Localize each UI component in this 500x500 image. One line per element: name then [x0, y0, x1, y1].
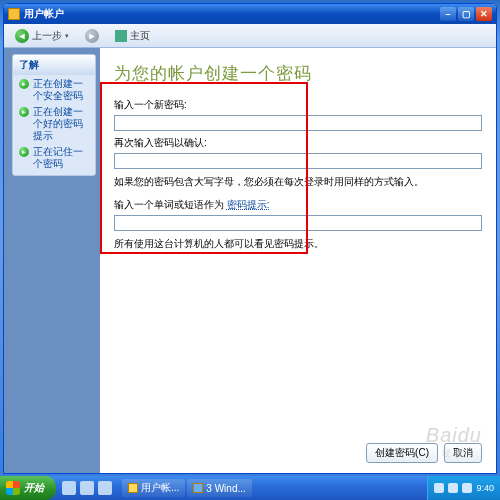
- task-icon: ▸: [19, 107, 29, 117]
- learn-panel: 了解 ▸正在创建一个安全密码 ▸正在创建一个好的密码提示 ▸正在记住一个密码: [12, 54, 96, 176]
- hint-label-prefix: 输入一个单词或短语作为: [114, 199, 227, 210]
- taskbar-task-user-accounts[interactable]: 用户帐...: [122, 479, 185, 497]
- forward-button[interactable]: ►: [80, 27, 104, 45]
- quick-launch-item[interactable]: [80, 481, 94, 495]
- user-accounts-window: 用户帐户 – ▢ ✕ ◄ 上一步 ▾ ► 主页: [3, 3, 497, 474]
- sidebar-item-password-hint[interactable]: ▸正在创建一个好的密码提示: [13, 104, 95, 144]
- cancel-button[interactable]: 取消: [444, 443, 482, 463]
- sidebar-item-remember-password[interactable]: ▸正在记住一个密码: [13, 144, 95, 172]
- start-label: 开始: [24, 481, 44, 495]
- main-content: 为您的帐户创建一个密码 输入一个新密码: 再次输入密码以确认: 如果您的密码包含…: [100, 48, 496, 473]
- learn-heading: 了解: [13, 55, 95, 75]
- windows-logo-icon: [6, 481, 20, 495]
- minimize-button[interactable]: –: [440, 7, 456, 21]
- create-password-button[interactable]: 创建密码(C): [366, 443, 438, 463]
- start-button[interactable]: 开始: [0, 476, 56, 500]
- task-icon: ▸: [19, 147, 29, 157]
- task-icon: [128, 483, 138, 493]
- task-icon: ▸: [19, 79, 29, 89]
- hint-input[interactable]: [114, 215, 482, 231]
- window-title: 用户帐户: [24, 7, 64, 21]
- home-icon: [115, 30, 127, 42]
- toolbar: ◄ 上一步 ▾ ► 主页: [4, 24, 496, 48]
- back-icon: ◄: [15, 29, 29, 43]
- quick-launch-item[interactable]: [98, 481, 112, 495]
- tray-icon[interactable]: [434, 483, 444, 493]
- page-title: 为您的帐户创建一个密码: [114, 62, 482, 85]
- task-icon: [193, 483, 203, 493]
- hint-visibility-note: 所有使用这台计算机的人都可以看见密码提示。: [114, 237, 482, 251]
- sidebar-item-label: 正在创建一个安全密码: [33, 78, 89, 102]
- chevron-down-icon: ▾: [65, 32, 69, 40]
- sidebar: 了解 ▸正在创建一个安全密码 ▸正在创建一个好的密码提示 ▸正在记住一个密码: [4, 48, 100, 473]
- caps-tip: 如果您的密码包含大写字母，您必须在每次登录时用同样的方式输入。: [114, 175, 482, 189]
- password-hint-link[interactable]: 密码提示:: [227, 199, 270, 210]
- label-hint: 输入一个单词或短语作为 密码提示:: [114, 198, 482, 212]
- clock[interactable]: 9:40: [476, 483, 494, 493]
- sidebar-item-label: 正在记住一个密码: [33, 146, 89, 170]
- taskbar-task-group[interactable]: 3 Wind...: [187, 479, 251, 497]
- back-label: 上一步: [32, 29, 62, 43]
- new-password-input[interactable]: [114, 115, 482, 131]
- tray-icon[interactable]: [448, 483, 458, 493]
- sidebar-item-label: 正在创建一个好的密码提示: [33, 106, 89, 142]
- quick-launch: [56, 481, 118, 495]
- quick-launch-item[interactable]: [62, 481, 76, 495]
- task-label: 3 Wind...: [206, 483, 245, 494]
- home-label: 主页: [130, 29, 150, 43]
- maximize-button[interactable]: ▢: [458, 7, 474, 21]
- task-label: 用户帐...: [141, 481, 179, 495]
- label-new-password: 输入一个新密码:: [114, 98, 482, 112]
- system-tray[interactable]: 9:40: [427, 476, 500, 500]
- forward-icon: ►: [85, 29, 99, 43]
- close-button[interactable]: ✕: [476, 7, 492, 21]
- tray-icon[interactable]: [462, 483, 472, 493]
- titlebar[interactable]: 用户帐户 – ▢ ✕: [4, 4, 496, 24]
- confirm-password-input[interactable]: [114, 153, 482, 169]
- app-icon: [8, 8, 20, 20]
- label-confirm-password: 再次输入密码以确认:: [114, 136, 482, 150]
- sidebar-item-secure-password[interactable]: ▸正在创建一个安全密码: [13, 76, 95, 104]
- taskbar: 开始 用户帐... 3 Wind... 9:40: [0, 476, 500, 500]
- home-button[interactable]: 主页: [110, 27, 155, 45]
- back-button[interactable]: ◄ 上一步 ▾: [10, 27, 74, 45]
